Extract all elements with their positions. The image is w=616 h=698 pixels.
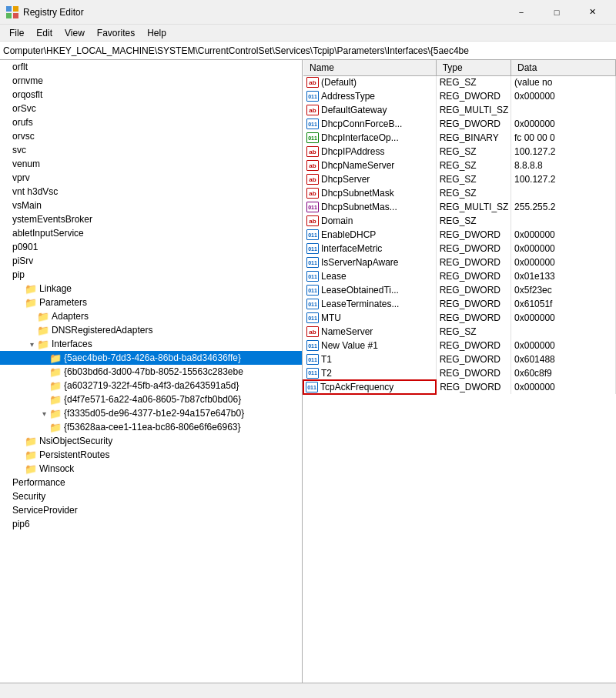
name-cell-content: 011LeaseTerminates... (306, 299, 433, 309)
tree-item[interactable]: vnt h3dVsc (0, 185, 302, 199)
tree-item[interactable]: 📁{5aec4beb-7dd3-426a-86bd-ba8d34636ffe} (0, 351, 302, 365)
registry-values[interactable]: Name Type Data ab(Default)REG_SZ(value n… (303, 60, 616, 683)
tree-item[interactable]: piSrv (0, 254, 302, 268)
value-name: DhcpSubnetMas... (321, 202, 397, 212)
reg-type-icon: ab (306, 160, 319, 171)
tree-item[interactable]: 📁Linkage (0, 282, 302, 296)
tree-item[interactable]: 📁Parameters (0, 296, 302, 309)
table-row[interactable]: 011DhcpSubnetMas...REG_MULTI_SZ255.255.2 (303, 200, 616, 214)
value-type-cell: REG_DWORD (436, 311, 511, 325)
tree-item[interactable]: 📁{6b03bd6d-3d00-47bb-8052-15563c283ebe (0, 365, 302, 379)
tree-item[interactable]: 📁{d4f7e571-6a22-4a06-8605-7b87cfb0bd06} (0, 392, 302, 406)
tree-item[interactable]: Security (0, 489, 302, 503)
tree-item[interactable]: ▾📁Interfaces (0, 337, 302, 351)
tree-item[interactable]: 📁DNSRegisteredAdapters (0, 323, 302, 337)
table-row[interactable]: 011T2REG_DWORD0x60c8f9 (303, 366, 616, 380)
tree-item[interactable]: vsMain (0, 199, 302, 212)
menu-favorites[interactable]: Favorites (91, 26, 141, 40)
value-data-cell: 0x61051f (511, 297, 616, 311)
tree-item[interactable]: 📁{a6032719-322f-45fb-a4f3-da2643591a5d} (0, 379, 302, 392)
reg-type-icon: ab (306, 77, 319, 88)
tree-item[interactable]: orufs (0, 115, 302, 129)
tree-item[interactable]: orflt (0, 60, 302, 74)
table-row[interactable]: ab(Default)REG_SZ(value no (303, 75, 616, 89)
close-button[interactable]: ✕ (574, 0, 610, 25)
tree-item[interactable]: ServiceProvider (0, 503, 302, 517)
tree-item[interactable]: svc (0, 143, 302, 157)
tree-item[interactable]: ▾📁{f3335d05-de96-4377-b1e2-94a157e647b0} (0, 406, 302, 420)
registry-tree[interactable]: orflt ornvme orqosflt orSvc orufs orvsc … (0, 60, 303, 683)
table-row[interactable]: 011DhcpInterfaceOp...REG_BINARYfc 00 00 … (303, 131, 616, 145)
tree-item[interactable]: ystemEventsBroker (0, 212, 302, 226)
menu-edit[interactable]: Edit (30, 26, 59, 40)
tree-item[interactable]: p0901 (0, 240, 302, 254)
table-row[interactable]: abDefaultGatewayREG_MULTI_SZ (303, 103, 616, 117)
table-row[interactable]: 011EnableDHCPREG_DWORD0x000000 (303, 228, 616, 242)
tree-item[interactable]: abletInputService (0, 226, 302, 240)
menu-file[interactable]: File (3, 26, 30, 40)
tree-item[interactable]: pip6 (0, 517, 302, 531)
tree-item[interactable]: 📁Adapters (0, 309, 302, 323)
value-type-cell: REG_DWORD (436, 366, 511, 380)
table-row[interactable]: abDhcpSubnetMaskREG_SZ (303, 186, 616, 200)
tree-item[interactable]: orSvc (0, 102, 302, 115)
value-name: LeaseObtainedTi... (321, 285, 399, 296)
folder-icon: 📁 (49, 408, 62, 419)
tree-item[interactable]: orqosflt (0, 88, 302, 102)
main-content: orflt ornvme orqosflt orSvc orufs orvsc … (0, 60, 616, 683)
table-row[interactable]: 011InterfaceMetricREG_DWORD0x000000 (303, 242, 616, 255)
maximize-button[interactable]: □ (539, 0, 574, 25)
minimize-button[interactable]: − (504, 0, 539, 25)
value-data-cell: 0x000000 (511, 242, 616, 255)
table-row[interactable]: abNameServerREG_SZ (303, 325, 616, 339)
value-name: DhcpSubnetMask (321, 188, 394, 199)
tree-item[interactable]: 📁{f53628aa-cee1-11ea-bc86-806e6f6e6963} (0, 420, 302, 434)
menu-view[interactable]: View (59, 26, 91, 40)
table-row[interactable]: 011LeaseObtainedTi...REG_DWORD0x5f23ec (303, 283, 616, 297)
tree-item-label: {f53628aa-cee1-11ea-bc86-806e6f6e6963} (64, 422, 241, 432)
value-name-cell: 011EnableDHCP (303, 228, 436, 242)
tree-item[interactable]: ornvme (0, 74, 302, 88)
value-data-cell: 100.127.2 (511, 172, 616, 186)
tree-item[interactable]: 📁NsiObjectSecurity (0, 434, 302, 448)
table-row[interactable]: 011IsServerNapAwareREG_DWORD0x000000 (303, 255, 616, 269)
value-data-cell: 0x000000 (511, 89, 616, 103)
value-type-cell: REG_DWORD (436, 339, 511, 352)
table-row[interactable]: 011AddressTypeREG_DWORD0x000000 (303, 89, 616, 103)
tree-item[interactable]: Performance (0, 476, 302, 489)
tree-item[interactable]: 📁Winsock (0, 462, 302, 476)
tree-item[interactable]: 📁PersistentRoutes (0, 448, 302, 462)
reg-type-icon: 011 (306, 340, 319, 351)
table-row[interactable]: 011TcpAckFrequencyREG_DWORD0x000000 (303, 380, 616, 394)
tree-expand-btn[interactable]: ▾ (26, 340, 37, 349)
table-row[interactable]: 011T1REG_DWORD0x601488 (303, 352, 616, 366)
table-row[interactable]: abDhcpIPAddressREG_SZ100.127.2 (303, 145, 616, 159)
table-row[interactable]: 011DhcpConnForceB...REG_DWORD0x000000 (303, 117, 616, 131)
value-type-cell: REG_DWORD (436, 89, 511, 103)
table-row[interactable]: abDomainREG_SZ (303, 214, 616, 228)
reg-type-icon: 011 (306, 368, 319, 379)
tree-item[interactable]: orvsc (0, 129, 302, 143)
tree-item[interactable]: venum (0, 157, 302, 171)
folder-icon: 📁 (25, 436, 37, 447)
value-data-cell (511, 103, 616, 117)
table-row[interactable]: abDhcpServerREG_SZ100.127.2 (303, 172, 616, 186)
reg-type-icon: 011 (306, 202, 319, 212)
table-row[interactable]: abDhcpNameServerREG_SZ8.8.8.8 (303, 159, 616, 172)
tree-item[interactable]: pip (0, 268, 302, 282)
table-row[interactable]: 011LeaseREG_DWORD0x01e133 (303, 269, 616, 283)
tree-item-label: Interfaces (52, 339, 92, 349)
value-name-cell: 011T2 (303, 366, 436, 380)
svg-rect-2 (6, 13, 12, 18)
menu-help[interactable]: Help (141, 26, 172, 40)
table-row[interactable]: 011LeaseTerminates...REG_DWORD0x61051f (303, 297, 616, 311)
value-name-cell: abDomain (303, 214, 436, 228)
value-name-cell: abDhcpServer (303, 172, 436, 186)
value-name-cell: ab(Default) (303, 75, 436, 89)
tree-expand-btn[interactable]: ▾ (38, 409, 49, 418)
table-row[interactable]: 011MTUREG_DWORD0x000000 (303, 311, 616, 325)
value-type-cell: REG_DWORD (436, 380, 511, 394)
tree-item[interactable]: vprv (0, 171, 302, 185)
value-name: DhcpIPAddress (321, 146, 384, 157)
table-row[interactable]: 011New Value #1REG_DWORD0x000000 (303, 339, 616, 352)
